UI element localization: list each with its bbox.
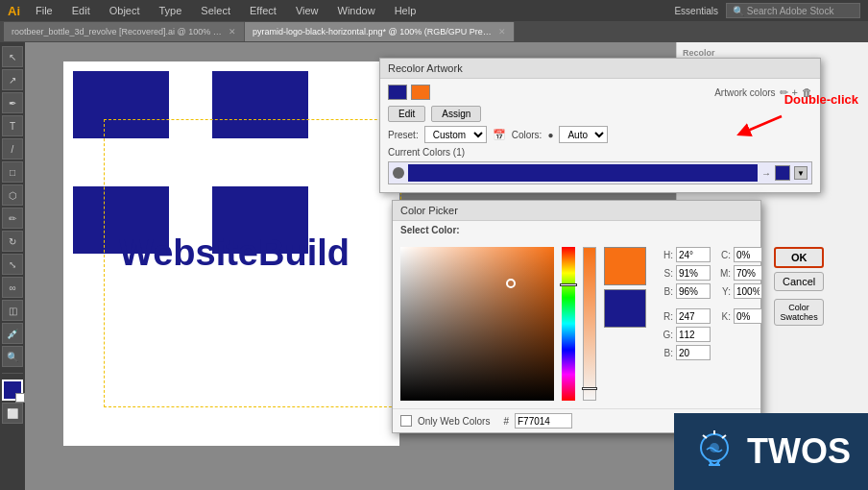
- colors-radio[interactable]: ●: [547, 130, 553, 140]
- color-arrow[interactable]: →: [761, 168, 771, 179]
- blend-tool[interactable]: ∞: [2, 277, 23, 298]
- essentials-label: Essentials: [674, 6, 718, 16]
- artboard-tool[interactable]: ⬜: [2, 403, 23, 424]
- cp-k-field[interactable]: [734, 308, 762, 324]
- type-tool[interactable]: T: [2, 115, 23, 136]
- menu-effect[interactable]: Effect: [246, 3, 280, 18]
- recolor-artwork-colors-label: Artwork colors: [714, 87, 775, 98]
- rect-tool[interactable]: □: [2, 161, 23, 183]
- cp-preview-col: [604, 247, 646, 401]
- menu-bar: Ai File Edit Object Type Select Effect V…: [0, 0, 868, 21]
- cp-c-label: C:: [717, 250, 731, 260]
- rotate-tool[interactable]: ↻: [2, 231, 23, 252]
- paint-tool[interactable]: ⬡: [2, 184, 23, 206]
- menu-file[interactable]: File: [32, 3, 57, 18]
- tab-rootbeer-label: rootbeer_bottle_3d_revolve [Recovered].a…: [12, 27, 223, 37]
- cp-opacity-indicator: [582, 387, 597, 390]
- eyedropper-tool[interactable]: 💉: [2, 323, 23, 344]
- tab-pyramid[interactable]: pyramid-logo-black-horizontal.png* @ 100…: [245, 22, 515, 41]
- search-stock-input[interactable]: 🔍 Search Adobe Stock: [726, 3, 860, 18]
- cp-r-field[interactable]: [676, 308, 711, 324]
- current-color-row: → ▼: [388, 161, 812, 184]
- cp-h-field[interactable]: [676, 247, 711, 262]
- svg-line-5: [722, 435, 726, 438]
- cp-hue-slider[interactable]: [562, 247, 575, 401]
- scale-tool[interactable]: ⤡: [2, 254, 23, 275]
- cp-buttons: OK Cancel Color Swatches: [774, 247, 824, 401]
- colors-label: Colors:: [512, 130, 542, 140]
- color-expand-btn[interactable]: ▼: [794, 166, 808, 180]
- edit-button[interactable]: Edit: [388, 106, 425, 122]
- cp-color-swatches-button[interactable]: Color Swatches: [774, 299, 824, 326]
- cp-k-label: K:: [717, 311, 731, 322]
- app-logo: Ai: [8, 4, 20, 18]
- menu-edit[interactable]: Edit: [68, 3, 94, 18]
- cp-g-field[interactable]: [676, 327, 711, 342]
- menu-help[interactable]: Help: [391, 3, 421, 18]
- preset-label: Preset:: [388, 130, 419, 140]
- cp-ok-button[interactable]: OK: [774, 247, 824, 268]
- svg-line-1: [743, 116, 782, 133]
- cp-y-field[interactable]: [734, 283, 762, 299]
- cp-h-row: H: C:: [654, 247, 762, 262]
- menu-object[interactable]: Object: [106, 3, 144, 18]
- tab-pyramid-label: pyramid-logo-black-horizontal.png* @ 100…: [253, 27, 493, 37]
- cp-b2-field[interactable]: [676, 345, 711, 360]
- cp-m-label: M:: [717, 268, 731, 279]
- color-swatch-orange[interactable]: [411, 85, 430, 100]
- cp-g-label: G:: [654, 330, 673, 340]
- new-color-swatch[interactable]: [775, 165, 790, 181]
- color-swatch-blue[interactable]: [388, 85, 407, 100]
- website-text: WebsiteBuild: [119, 233, 350, 274]
- color-bar-blue[interactable]: [408, 164, 758, 182]
- cp-opacity-slider[interactable]: [583, 247, 596, 401]
- cp-s-field[interactable]: [676, 265, 711, 281]
- cp-title: Color Picker: [393, 201, 760, 221]
- line-tool[interactable]: /: [2, 138, 23, 159]
- selection-tool[interactable]: ↖: [2, 46, 23, 67]
- cp-new-color-swatch: [604, 247, 646, 285]
- cp-s-label: S:: [654, 268, 673, 279]
- tab-pyramid-close[interactable]: ✕: [498, 27, 506, 37]
- fill-color-tool[interactable]: [2, 380, 23, 401]
- cp-inputs: H: C: S: M: B: Y: R: K:: [654, 247, 762, 401]
- cp-gradient-box[interactable]: [400, 247, 554, 401]
- preset-select[interactable]: Custom: [424, 126, 487, 143]
- cp-b-field[interactable]: [676, 283, 711, 299]
- cp-old-color-swatch: [604, 289, 646, 328]
- assign-button[interactable]: Assign: [431, 106, 481, 122]
- color-picker-dialog: Color Picker Select Color: H: C:: [392, 200, 761, 433]
- menu-view[interactable]: View: [292, 3, 323, 18]
- arrow-annotation: [734, 111, 791, 140]
- menu-window[interactable]: Window: [334, 3, 379, 18]
- cp-h-label: H:: [654, 250, 673, 260]
- pencil-tool[interactable]: ✏: [2, 208, 23, 229]
- cp-c-field[interactable]: [734, 247, 762, 262]
- cp-hex-field[interactable]: [515, 413, 572, 429]
- cp-cancel-button[interactable]: Cancel: [774, 272, 824, 291]
- current-colors-header: Current Colors (1): [388, 147, 812, 158]
- pen-tool[interactable]: ✒: [2, 92, 23, 113]
- zoom-tool[interactable]: 🔍: [2, 346, 23, 367]
- double-click-label: Double-click: [784, 92, 858, 107]
- tab-rootbeer-close[interactable]: ✕: [229, 27, 236, 37]
- svg-line-6: [703, 435, 707, 438]
- recolor-icons-row: Artwork colors ✏ + 🗑: [388, 85, 812, 100]
- left-toolbar: ↖ ↗ ✒ T / □ ⬡ ✏ ↻ ⤡ ∞ ◫ 💉 🔍 ⬜: [0, 42, 25, 490]
- select-color-label: Select Color:: [393, 221, 760, 239]
- gradient-tool[interactable]: ◫: [2, 300, 23, 321]
- menu-select[interactable]: Select: [197, 3, 234, 18]
- calendar-icon[interactable]: 📅: [493, 129, 506, 141]
- cp-only-web-colors-checkbox[interactable]: [400, 415, 412, 427]
- color-dot: [393, 167, 404, 179]
- menu-type[interactable]: Type: [156, 3, 186, 18]
- cp-b-row: B: Y:: [654, 283, 762, 299]
- colors-select[interactable]: Auto: [559, 126, 608, 143]
- tab-rootbeer[interactable]: rootbeer_bottle_3d_revolve [Recovered].a…: [4, 22, 245, 41]
- cp-gradient-overlay: [400, 247, 554, 401]
- twos-logo-icon: [691, 429, 737, 475]
- cp-m-field[interactable]: [734, 265, 762, 281]
- cp-r-row: R: K:: [654, 308, 762, 324]
- cp-b-label: B:: [654, 286, 673, 297]
- direct-selection-tool[interactable]: ↗: [2, 69, 23, 90]
